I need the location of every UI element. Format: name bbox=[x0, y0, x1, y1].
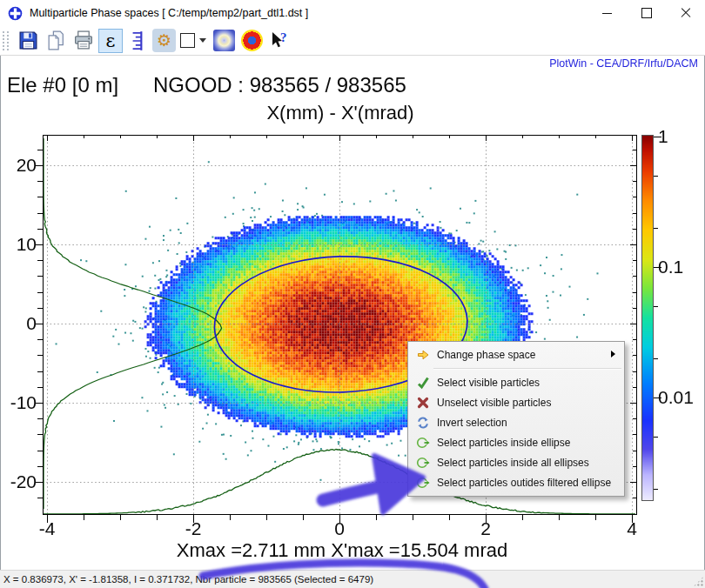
density-rings-icon bbox=[241, 30, 263, 51]
ellipse-inside-all-icon bbox=[415, 456, 431, 470]
close-button[interactable] bbox=[666, 0, 705, 26]
save-button[interactable] bbox=[15, 28, 41, 53]
y-tick-label: -10 bbox=[0, 392, 37, 413]
menu-item-select-inside-all-ellipses[interactable]: Select particles inside all ellipses bbox=[409, 452, 623, 472]
density-rings-button[interactable] bbox=[238, 28, 265, 53]
x-tick-label: 0 bbox=[313, 518, 366, 539]
chart-title: X(mm) - X'(mrad) bbox=[0, 102, 681, 124]
plotwin-credit: PlotWin - CEA/DRF/Irfu/DACM bbox=[549, 57, 698, 70]
x-tick-label: -2 bbox=[167, 518, 219, 539]
beam-extent-stats: Xmax =2.711 mm X'max =15.504 mrad bbox=[0, 539, 684, 562]
colorbar-tick-label: 0.1 bbox=[658, 257, 683, 277]
menu-item-invert-selection[interactable]: Invert selection bbox=[409, 412, 623, 432]
resize-grip[interactable] bbox=[693, 576, 704, 587]
copy-button[interactable] bbox=[43, 28, 69, 53]
titlebar: Multiparticle Phase spaces [ C:/temp/tem… bbox=[0, 0, 705, 27]
copy-icon bbox=[45, 30, 67, 51]
shape-select-button[interactable] bbox=[178, 28, 197, 53]
x-tick-label: -4 bbox=[21, 518, 73, 539]
density-halo-button[interactable] bbox=[211, 28, 237, 53]
y-tick-label: 0 bbox=[0, 313, 37, 334]
print-icon bbox=[72, 30, 95, 51]
ellipse-inside-icon bbox=[415, 436, 431, 450]
menu-item-change-phase-space[interactable]: Change phase space bbox=[409, 344, 623, 365]
ruler-icon bbox=[128, 30, 147, 52]
minimize-icon bbox=[602, 13, 612, 14]
maximize-button[interactable] bbox=[627, 0, 666, 26]
epsilon-icon: ε bbox=[106, 32, 116, 50]
x-tick-label: 2 bbox=[460, 518, 512, 539]
status-bar: X = 0.836973, X' = -1.81358, I = 0.37173… bbox=[0, 570, 705, 588]
window-title: Multiparticle Phase spaces [ C:/temp/tem… bbox=[30, 7, 308, 19]
plotwin-window: Multiparticle Phase spaces [ C:/temp/tem… bbox=[0, 0, 705, 588]
emittance-epsilon-button[interactable]: ε bbox=[98, 29, 123, 53]
phase-space-arrow-icon bbox=[415, 348, 431, 362]
scale-button[interactable] bbox=[124, 28, 151, 53]
menu-separator bbox=[433, 368, 621, 370]
status-text: X = 0.836973, X' = -1.81358, I = 0.37173… bbox=[3, 574, 373, 585]
density-halo-icon bbox=[213, 30, 235, 51]
menu-item-select-outside-filtered-ellipse[interactable]: Select particles outides filtered ellips… bbox=[409, 472, 623, 492]
settings-button[interactable]: ⚙ bbox=[152, 29, 176, 52]
colorbar-tick-label: 0.01 bbox=[658, 387, 694, 408]
gear-icon: ⚙ bbox=[157, 30, 171, 50]
y-tick-label: 10 bbox=[0, 234, 37, 255]
y-tick-label: 20 bbox=[0, 155, 37, 176]
help-cursor-icon: ? bbox=[269, 31, 290, 50]
app-icon bbox=[8, 6, 23, 21]
invert-icon bbox=[415, 416, 431, 430]
ngood-counter: NGOOD : 983565 / 983565 bbox=[153, 73, 406, 97]
close-icon bbox=[681, 8, 691, 18]
maximize-icon bbox=[641, 8, 652, 18]
toolbar-grip-handle[interactable] bbox=[3, 31, 9, 50]
ellipse-outside-icon bbox=[415, 476, 431, 490]
save-icon bbox=[17, 30, 39, 51]
minimize-button[interactable] bbox=[588, 0, 627, 26]
menu-item-select-inside-ellipse[interactable]: Select particles inside ellipse bbox=[409, 432, 623, 452]
context-menu: Change phase space Select visible partic… bbox=[407, 341, 625, 497]
menu-item-unselect-visible[interactable]: Unselect visible particles bbox=[409, 392, 623, 412]
menu-item-select-visible[interactable]: Select visible particles bbox=[409, 372, 623, 392]
toolbar: ε ⚙ ? bbox=[0, 26, 705, 56]
colorbar-tick-label: 1 bbox=[658, 126, 668, 147]
shape-dropdown-caret-icon[interactable] bbox=[199, 38, 206, 43]
print-button[interactable] bbox=[70, 28, 97, 53]
svg-text:?: ? bbox=[280, 31, 287, 44]
y-tick-label: -20 bbox=[0, 471, 37, 492]
square-shape-icon bbox=[180, 33, 195, 48]
check-icon bbox=[415, 376, 431, 390]
submenu-arrow-icon bbox=[611, 351, 615, 357]
x-tick-label: 4 bbox=[606, 518, 658, 539]
context-help-button[interactable]: ? bbox=[266, 28, 292, 53]
cross-icon bbox=[415, 396, 431, 410]
element-label: Ele #0 [0 m] bbox=[7, 73, 118, 97]
